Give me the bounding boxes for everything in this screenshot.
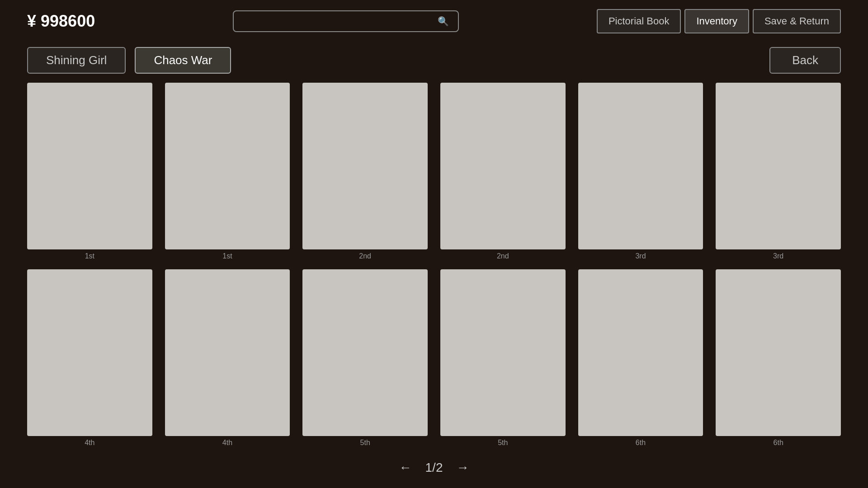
card-1st-b[interactable] [165, 83, 290, 249]
card-label-1st-b: 1st [222, 252, 232, 260]
card-6th-b[interactable] [716, 269, 841, 436]
card-wrapper-12: 6th [716, 269, 841, 447]
card-6th-a[interactable] [578, 269, 703, 436]
search-input[interactable] [243, 17, 438, 26]
card-label-6th-a: 6th [636, 439, 646, 447]
card-wrapper-3: 2nd [302, 83, 428, 260]
header: ¥ 998600 🔍 Pictorial Book Inventory Save… [0, 0, 868, 42]
pagination: ← 1/2 → [0, 460, 868, 475]
tab-row: Shining Girl Chaos War Back [0, 42, 868, 78]
search-bar: 🔍 [233, 10, 459, 32]
pictorial-book-button[interactable]: Pictorial Book [597, 9, 681, 33]
nav-buttons: Pictorial Book Inventory Save & Return [597, 9, 841, 33]
card-wrapper-10: 5th [440, 269, 566, 447]
card-wrapper-11: 6th [578, 269, 703, 447]
card-label-2nd-b: 2nd [497, 252, 509, 260]
next-page-arrow[interactable]: → [456, 460, 469, 475]
inventory-button[interactable]: Inventory [684, 9, 749, 33]
card-wrapper-7: 4th [27, 269, 152, 447]
card-wrapper-4: 2nd [440, 83, 566, 260]
tab-chaos-war[interactable]: Chaos War [135, 47, 231, 74]
currency-display: ¥ 998600 [27, 12, 95, 31]
card-3rd-b[interactable] [716, 83, 841, 249]
card-label-5th-b: 5th [498, 439, 508, 447]
card-label-1st-a: 1st [85, 252, 94, 260]
card-4th-a[interactable] [27, 269, 152, 436]
page-info: 1/2 [425, 460, 443, 475]
prev-page-arrow[interactable]: ← [399, 460, 412, 475]
save-return-button[interactable]: Save & Return [753, 9, 841, 33]
card-wrapper-5: 3rd [578, 83, 703, 260]
card-label-6th-b: 6th [774, 439, 783, 447]
currency-value: 998600 [41, 12, 95, 30]
search-icon: 🔍 [438, 16, 449, 27]
card-label-4th-b: 4th [222, 439, 232, 447]
card-2nd-b[interactable] [440, 83, 566, 249]
tab-shining-girl[interactable]: Shining Girl [27, 47, 126, 74]
card-5th-a[interactable] [302, 269, 428, 436]
card-label-2nd-a: 2nd [359, 252, 371, 260]
card-wrapper-6: 3rd [716, 83, 841, 260]
card-2nd-a[interactable] [302, 83, 428, 249]
card-wrapper-1: 1st [27, 83, 152, 260]
back-button[interactable]: Back [769, 47, 841, 74]
card-4th-b[interactable] [165, 269, 290, 436]
card-label-3rd-b: 3rd [773, 252, 783, 260]
search-container: 🔍 [104, 10, 588, 32]
card-3rd-a[interactable] [578, 83, 703, 249]
card-grid: 1st 1st 2nd 2nd 3rd 3rd 4th 4th 5th 5th … [0, 78, 868, 451]
card-label-3rd-a: 3rd [635, 252, 646, 260]
card-1st-a[interactable] [27, 83, 152, 249]
currency-symbol: ¥ [27, 12, 36, 30]
card-label-5th-a: 5th [360, 439, 370, 447]
card-5th-b[interactable] [440, 269, 566, 436]
card-wrapper-8: 4th [165, 269, 290, 447]
card-label-4th-a: 4th [85, 439, 94, 447]
card-wrapper-2: 1st [165, 83, 290, 260]
card-wrapper-9: 5th [302, 269, 428, 447]
